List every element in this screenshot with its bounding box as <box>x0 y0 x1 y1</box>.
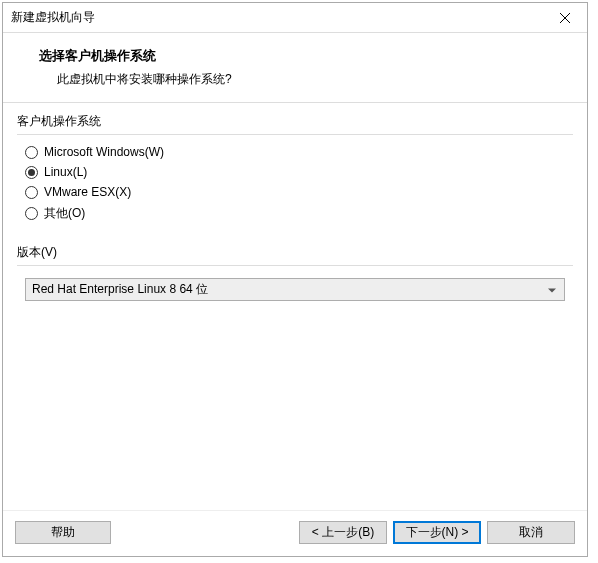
close-button[interactable] <box>542 3 587 33</box>
header-section: 选择客户机操作系统 此虚拟机中将安装哪种操作系统? <box>3 33 587 102</box>
radio-icon <box>25 207 38 220</box>
radio-label: VMware ESX(X) <box>44 185 131 199</box>
close-icon <box>560 13 570 23</box>
radio-label: Microsoft Windows(W) <box>44 145 164 159</box>
version-selected-value: Red Hat Enterprise Linux 8 64 位 <box>32 281 208 298</box>
radio-icon <box>25 146 38 159</box>
radio-windows[interactable]: Microsoft Windows(W) <box>25 145 565 159</box>
next-button[interactable]: 下一步(N) > <box>393 521 481 544</box>
radio-label: Linux(L) <box>44 165 87 179</box>
header-subtitle: 此虚拟机中将安装哪种操作系统? <box>39 71 567 88</box>
cancel-button[interactable]: 取消 <box>487 521 575 544</box>
footer: 帮助 < 上一步(B) 下一步(N) > 取消 <box>3 510 587 556</box>
titlebar: 新建虚拟机向导 <box>3 3 587 33</box>
content-area: 客户机操作系统 Microsoft Windows(W) Linux(L) VM… <box>3 102 587 510</box>
radio-icon <box>25 166 38 179</box>
os-group-label: 客户机操作系统 <box>17 113 573 130</box>
radio-label: 其他(O) <box>44 205 85 222</box>
window-title: 新建虚拟机向导 <box>11 9 95 26</box>
os-radio-group: Microsoft Windows(W) Linux(L) VMware ESX… <box>25 145 565 222</box>
os-group-box: Microsoft Windows(W) Linux(L) VMware ESX… <box>17 134 573 236</box>
wizard-dialog: 新建虚拟机向导 选择客户机操作系统 此虚拟机中将安装哪种操作系统? 客户机操作系… <box>2 2 588 557</box>
back-button[interactable]: < 上一步(B) <box>299 521 387 544</box>
radio-icon <box>25 186 38 199</box>
help-button[interactable]: 帮助 <box>15 521 111 544</box>
radio-linux[interactable]: Linux(L) <box>25 165 565 179</box>
header-title: 选择客户机操作系统 <box>39 47 567 65</box>
version-section: 版本(V) Red Hat Enterprise Linux 8 64 位 <box>17 244 573 311</box>
radio-other[interactable]: 其他(O) <box>25 205 565 222</box>
version-label: 版本(V) <box>17 244 573 261</box>
version-dropdown[interactable]: Red Hat Enterprise Linux 8 64 位 <box>25 278 565 301</box>
radio-vmware-esx[interactable]: VMware ESX(X) <box>25 185 565 199</box>
